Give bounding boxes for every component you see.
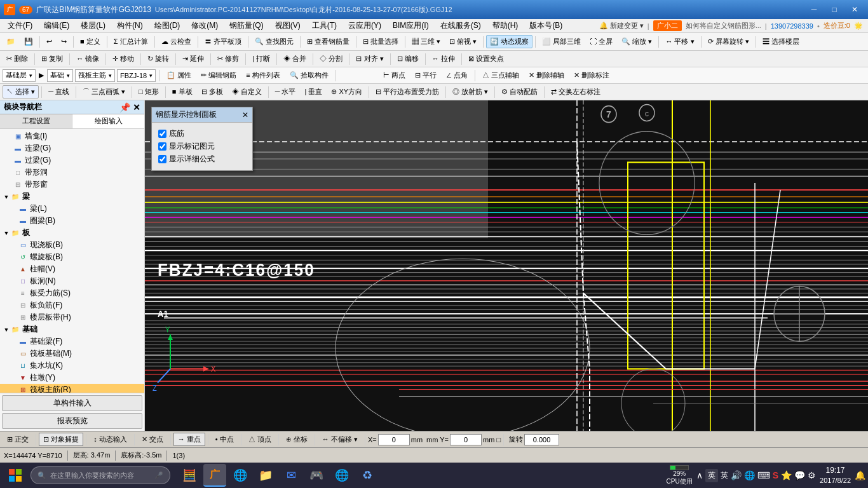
tree-item-slab-neg-rebar[interactable]: ⊟板负筋(F): [0, 299, 144, 311]
midpoint-endpoint-btn[interactable]: → 重点: [173, 433, 205, 446]
intersection-btn[interactable]: ✕ 交点: [137, 433, 168, 446]
taskbar-app-calculator[interactable]: 🧮: [178, 464, 201, 487]
menu-online[interactable]: 在线服务(S): [435, 19, 486, 32]
parallel-btn[interactable]: ⊟ 平行: [411, 69, 440, 82]
select-mode-btn[interactable]: ↖ 选择 ▾: [3, 85, 39, 98]
tree-item-column-pedestal[interactable]: ▼柱墩(Y): [0, 372, 144, 384]
pan-btn[interactable]: ↔ 平移 ▾: [661, 35, 698, 48]
dynamic-input-btn[interactable]: ↕ 动态输入: [89, 433, 132, 446]
parallel-edge-btn[interactable]: ⊟ 平行边布置受力筋: [372, 85, 443, 98]
ortho-btn[interactable]: ⊞ 正交: [3, 433, 33, 446]
stretch-btn[interactable]: ↔ 拉伸: [428, 52, 459, 65]
vertical-btn[interactable]: | 垂直: [301, 85, 327, 98]
category-dropdown[interactable]: 基础: [47, 69, 73, 82]
tree-item-strip-opening[interactable]: □带形洞: [0, 166, 144, 179]
define-btn[interactable]: ■ 定义: [76, 35, 104, 48]
single-plate-btn[interactable]: ■ 单板: [168, 85, 196, 98]
menu-view[interactable]: 视图(V): [270, 19, 306, 32]
horizontal-btn[interactable]: ─ 水平: [271, 85, 300, 98]
tray-star-icon[interactable]: ⭐: [781, 470, 792, 480]
zoom-out-btn[interactable]: 🔍 缩放 ▾: [618, 35, 656, 48]
arc-btn[interactable]: ⌒ 三点画弧 ▾: [79, 85, 129, 98]
open-btn[interactable]: 📁: [3, 36, 19, 48]
float-panel-close[interactable]: ✕: [242, 111, 248, 119]
menu-bim[interactable]: BIM应用(I): [388, 19, 434, 32]
tree-group-beam[interactable]: ▼ 📁梁: [0, 191, 144, 203]
taskbar-app-ggj[interactable]: 广: [203, 464, 226, 487]
batch-select-btn[interactable]: ⊟ 批量选择: [359, 35, 402, 48]
floor-dropdown[interactable]: 基础层: [3, 69, 36, 82]
object-snap-btn[interactable]: ⊡ 对象捕提: [39, 433, 83, 446]
swap-lr-btn[interactable]: ⇄ 交换左右标注: [547, 85, 604, 98]
single-element-input-btn[interactable]: 单构件输入: [2, 395, 142, 411]
tray-keyboard-icon[interactable]: ⌨: [757, 470, 770, 480]
view-rebar-btn[interactable]: ⊞ 查看钢筋量: [303, 35, 353, 48]
tree-item-spiral-slab[interactable]: ↺螺旋板(B): [0, 251, 144, 263]
taskbar-app-email[interactable]: ✉: [280, 464, 302, 487]
break-btn[interactable]: | 打断: [248, 52, 274, 65]
tray-speak-icon[interactable]: 🔊: [731, 470, 742, 480]
dynamic-view-btn[interactable]: 🔄 动态观察: [486, 35, 532, 48]
rotate-btn[interactable]: ↻ 旋转: [144, 52, 173, 65]
menu-quantity[interactable]: 钢筋量(Q): [224, 19, 268, 32]
menu-tools[interactable]: 工具(T): [307, 19, 342, 32]
foundation-group-expander[interactable]: ▼: [3, 327, 10, 333]
level-btn[interactable]: 〓 齐平板顶: [201, 35, 245, 48]
tray-settings-icon[interactable]: ⚙: [808, 470, 816, 480]
save-btn[interactable]: 💾: [20, 36, 37, 48]
y-coord-input[interactable]: [450, 434, 482, 445]
element-dropdown[interactable]: FBZJ-18: [117, 69, 156, 82]
del-dim-btn[interactable]: ✕ 删除标注: [570, 69, 613, 82]
close-button[interactable]: ✕: [845, 3, 864, 16]
sum-btn[interactable]: Σ 汇总计算: [110, 35, 152, 48]
xy-dir-btn[interactable]: ⊕ XY方向: [327, 85, 366, 98]
checkbox-show-markers[interactable]: [158, 142, 166, 151]
taskbar-app-browser[interactable]: 🌐: [229, 464, 252, 487]
tree-item-strip-window[interactable]: ⊟带形窗: [0, 179, 144, 191]
float-panel-header[interactable]: 钢筋显示控制面板 ✕: [152, 107, 252, 123]
beam-group-expander[interactable]: ▼: [3, 194, 10, 200]
auto-rebar-btn[interactable]: ⚙ 自动配筋: [498, 85, 541, 98]
move-btn[interactable]: ✛ 移动: [109, 52, 138, 65]
copy-btn[interactable]: ⊞ 复制: [37, 52, 67, 65]
redo-btn[interactable]: ↪: [57, 36, 71, 48]
fullscreen-btn[interactable]: ⛶ 全屏: [586, 35, 616, 48]
offset-btn[interactable]: ⊡ 编移: [393, 52, 423, 65]
menu-edit[interactable]: 编辑(E): [39, 19, 74, 32]
search-box[interactable]: 🔍 在这里输入你要搜索的内容 🎤: [31, 466, 170, 484]
multi-plate-btn[interactable]: ⊟ 多板: [198, 85, 227, 98]
tree-item-raft-main-rebar[interactable]: ⊞筏板主筋(R): [0, 384, 144, 393]
tree-item-sump[interactable]: ⊔集水坑(K): [0, 360, 144, 372]
tree-item-cast-slab[interactable]: ▭现浇板(B): [0, 239, 144, 251]
midpoint-btn[interactable]: • 中点: [211, 433, 238, 446]
tree-item-raft[interactable]: ▭筏板基础(M): [0, 348, 144, 360]
three-point-aux-btn[interactable]: △ 三点辅轴: [478, 69, 523, 82]
undo-btn[interactable]: ↩: [43, 36, 56, 48]
screen-rotate-btn[interactable]: ⟳ 屏幕旋转 ▾: [704, 35, 753, 48]
del-aux-btn[interactable]: ✕ 删除辅轴: [525, 69, 568, 82]
menu-version[interactable]: 版本号(B): [524, 19, 567, 32]
view-btn[interactable]: ⊡ 俯视 ▾: [445, 35, 480, 48]
vertex-btn[interactable]: △ 顶点: [244, 433, 276, 446]
checkbox-show-formula[interactable]: [158, 155, 166, 163]
delete-btn[interactable]: ✂ 删除: [3, 52, 32, 65]
tree-item-floor-band[interactable]: ⊞楼层板带(H): [0, 311, 144, 323]
tree-group-slab[interactable]: ▼ 📁板: [0, 227, 144, 239]
sidebar-close-btn[interactable]: ✕: [133, 102, 140, 112]
two-point-btn[interactable]: ⊢ 两点: [379, 69, 409, 82]
checkbox-bottom-rebar[interactable]: [158, 130, 166, 138]
align-btn[interactable]: ⊟ 对齐 ▾: [352, 52, 387, 65]
line-btn[interactable]: ─ 直线: [44, 85, 73, 98]
tree-item-connecting-beam[interactable]: ▬连梁(G): [0, 142, 144, 154]
tray-sogou-icon[interactable]: S: [773, 470, 778, 480]
radial-btn[interactable]: ◎ 放射筋 ▾: [449, 85, 492, 98]
coord-btn[interactable]: ⊕ 坐标: [281, 433, 312, 446]
x-coord-input[interactable]: [378, 434, 410, 445]
property-btn[interactable]: 📋 属性: [163, 69, 195, 82]
minimize-button[interactable]: ─: [804, 3, 824, 16]
mirror-btn[interactable]: ↔ 镜像: [72, 52, 103, 65]
find-dim-btn[interactable]: 🔍 查找图元: [251, 35, 297, 48]
custom-btn[interactable]: ◈ 自定义: [228, 85, 266, 98]
start-button[interactable]: [3, 464, 28, 487]
local-3d-btn[interactable]: ⬜ 局部三维: [538, 35, 585, 48]
